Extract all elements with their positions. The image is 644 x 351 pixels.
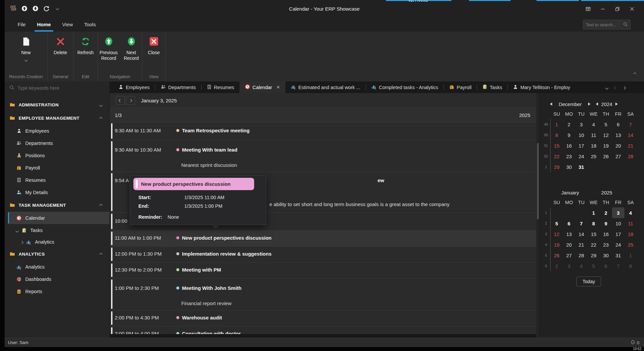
day-cell[interactable]: 17 <box>575 140 587 151</box>
new-button[interactable]: New <box>16 36 36 62</box>
tab-employees[interactable]: Employees <box>113 81 155 93</box>
day-cell[interactable]: 4 <box>575 261 587 271</box>
next-month-icon[interactable] <box>588 102 590 106</box>
close-button[interactable] <box>625 4 639 14</box>
menu-item-home[interactable]: Home <box>31 17 57 32</box>
sidebar-item-resumes[interactable]: Resumes <box>5 174 109 186</box>
sidebar-item-dashboards[interactable]: Dashboards <box>5 273 109 285</box>
chevron-up-icon[interactable] <box>100 203 102 208</box>
day-cell[interactable]: 12 <box>600 130 612 140</box>
event-row[interactable]: 12:30 PM to 2:00 PMMeeting with PM <box>110 263 536 279</box>
day-cell[interactable]: 20 <box>612 140 624 151</box>
day-cell[interactable]: 15 <box>587 229 600 239</box>
day-cell[interactable]: 16 <box>563 140 575 151</box>
tab-completed-tasks-analytics[interactable]: ΣCompleted tasks - Analytics <box>366 81 443 93</box>
day-cell[interactable]: 1 <box>551 119 563 130</box>
sidebar-search-input[interactable] <box>18 85 105 91</box>
prev-month-icon[interactable] <box>550 102 552 106</box>
day-cell[interactable]: 31 <box>612 250 624 261</box>
day-cell[interactable]: 2 <box>600 207 612 218</box>
minimize-button[interactable] <box>595 4 610 14</box>
event-row[interactable]: 12:00 PM to 1:30 PMImplementation review… <box>110 247 536 263</box>
day-cell[interactable]: 9 <box>600 218 612 229</box>
day-cell[interactable]: 4 <box>587 119 600 130</box>
day-cell[interactable]: 14 <box>624 130 637 140</box>
day-cell[interactable]: 27 <box>612 151 624 162</box>
event-row[interactable]: 9:30 AM to 10:30 AMMeeting With team lea… <box>110 140 536 172</box>
day-cell[interactable]: 30 <box>600 250 612 261</box>
day-cell[interactable]: 13 <box>612 130 624 140</box>
tab-payroll[interactable]: $Payroll <box>444 81 477 93</box>
day-cell[interactable]: 25 <box>587 151 600 162</box>
today-button[interactable]: Today <box>576 277 601 287</box>
day-cell[interactable]: 17 <box>612 229 624 239</box>
day-cell[interactable]: 25 <box>624 239 637 250</box>
day-cell[interactable]: 21 <box>624 140 637 151</box>
notifications-bell-icon[interactable] <box>630 340 635 346</box>
day-cell[interactable]: 6 <box>612 119 624 130</box>
tab-close-icon[interactable]: ✕ <box>276 85 280 90</box>
tab-tasks[interactable]: Tasks <box>477 81 507 93</box>
refresh-button[interactable]: Refresh <box>76 36 95 56</box>
pin-window-icon[interactable] <box>581 4 595 14</box>
next-record-button[interactable]: Next Record <box>121 36 141 61</box>
tab-calendar[interactable]: Calendar✕ <box>240 81 285 93</box>
day-cell[interactable]: 4 <box>624 207 637 218</box>
day-cell[interactable]: 14 <box>575 229 587 239</box>
vertical-scrollbar[interactable] <box>536 93 540 338</box>
delete-button[interactable]: Delete <box>51 36 71 56</box>
sidebar-item-calendar[interactable]: Calendar <box>8 212 109 224</box>
day-cell[interactable]: 29 <box>551 162 563 172</box>
event-row[interactable]: 1:00 PM to 2:30 PMMeeting With John Smit… <box>110 279 536 310</box>
sidebar-item-analytics[interactable]: ΣAnalytics <box>5 261 109 273</box>
tab-departments[interactable]: Departments <box>155 81 201 93</box>
expander-right-icon[interactable] <box>21 239 23 245</box>
close-button[interactable]: Close <box>144 36 164 56</box>
day-cell[interactable]: 3 <box>575 119 587 130</box>
sidebar-item-employees[interactable]: Employees <box>5 125 109 137</box>
sidebar-item-analytics[interactable]: ΣAnalytics <box>5 236 109 247</box>
tab-estimated-and-actual-work[interactable]: ΣEstimated and actual work ... <box>285 81 366 93</box>
day-cell[interactable]: 24 <box>575 151 587 162</box>
day-cell[interactable]: 28 <box>575 250 587 261</box>
day-cell[interactable]: 7 <box>575 218 587 229</box>
next-year-icon[interactable] <box>615 102 618 106</box>
day-cell[interactable]: 7 <box>624 119 637 130</box>
day-cell[interactable]: 10 <box>575 130 587 140</box>
day-cell[interactable]: 26 <box>551 250 563 261</box>
day-cell[interactable]: 30 <box>563 162 575 172</box>
day-cell[interactable]: 9 <box>563 130 575 140</box>
day-cell[interactable]: 6 <box>563 218 575 229</box>
day-cell[interactable]: 8 <box>551 130 563 140</box>
sidebar-item-my-details[interactable]: iMy Details <box>5 186 109 198</box>
day-cell[interactable]: 10 <box>612 218 624 229</box>
sidebar-item-payroll[interactable]: $Payroll <box>5 162 109 174</box>
menu-item-file[interactable]: File <box>12 17 31 32</box>
tab-scroll-right-icon[interactable] <box>623 85 625 90</box>
day-cell[interactable]: 24 <box>612 239 624 250</box>
day-cell[interactable]: 19 <box>551 239 563 250</box>
day-cell[interactable]: 1 <box>587 207 600 218</box>
day-cell[interactable]: 8 <box>624 261 637 271</box>
event-row[interactable]: 9:30 AM to 11:30 AMTeam Retrospective me… <box>110 122 536 140</box>
chevron-up-icon[interactable] <box>100 116 102 121</box>
day-cell[interactable]: 31 <box>575 162 587 172</box>
sidebar-section-analytics[interactable]: ANALYTICS <box>5 247 109 261</box>
day-cell[interactable]: 2 <box>551 261 563 271</box>
global-search-input[interactable] <box>586 22 623 27</box>
day-cell[interactable]: 5 <box>587 261 600 271</box>
chevron-up-icon[interactable] <box>100 252 102 257</box>
day-cell[interactable]: 1 <box>624 250 637 261</box>
previous-record-button[interactable]: Previous Record <box>99 36 119 61</box>
menu-item-tools[interactable]: Tools <box>79 17 101 32</box>
sidebar-section-administration[interactable]: ADMINISTRATION <box>5 98 109 111</box>
sidebar-item-positions[interactable]: Positions <box>5 149 109 162</box>
day-cell[interactable]: 7 <box>612 261 624 271</box>
restore-button[interactable] <box>610 4 625 14</box>
previous-day-button[interactable] <box>116 96 125 105</box>
day-cell[interactable]: 19 <box>600 140 612 151</box>
day-cell[interactable]: 5 <box>600 119 612 130</box>
next-day-button[interactable] <box>126 96 135 105</box>
tab-mary-tellitson-employ[interactable]: Mary Tellitson - Employ <box>508 81 575 93</box>
day-cell[interactable]: 3 <box>612 207 624 218</box>
